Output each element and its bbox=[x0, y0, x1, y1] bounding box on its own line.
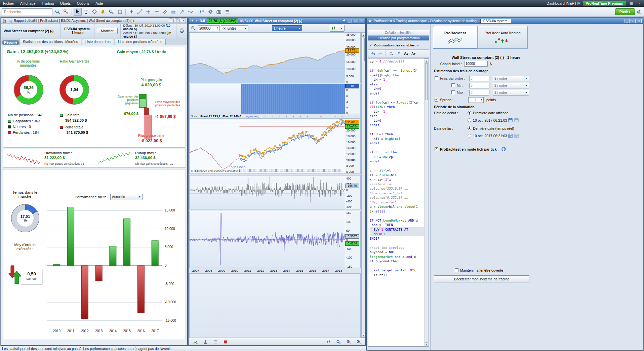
code-line[interactable]: z = hil-lol bbox=[370, 168, 424, 173]
close-button[interactable]: × bbox=[637, 19, 642, 23]
code-line[interactable]: cp = 4 //(default) bbox=[370, 59, 424, 64]
menu-trading[interactable]: Trading bbox=[39, 1, 57, 6]
tab-statistiques-des-positions-cloturees[interactable]: Statistiques des positions clôturées bbox=[19, 39, 81, 45]
code-line[interactable]: and x THEN bbox=[370, 223, 424, 227]
backtester-button[interactable]: Backtester mon système de trading bbox=[434, 275, 529, 282]
screenshot-tool-icon[interactable] bbox=[215, 8, 223, 16]
frais-input[interactable]: 0 bbox=[469, 76, 489, 81]
calendar-icon[interactable] bbox=[508, 133, 513, 138]
code-line[interactable]: ]<hil[1] bbox=[370, 209, 424, 214]
oscillator1-panel[interactable] bbox=[189, 175, 345, 209]
code-scroll-thumb[interactable] bbox=[425, 63, 428, 100]
apps-icon[interactable] bbox=[629, 1, 634, 6]
spread-checkbox[interactable] bbox=[435, 98, 438, 102]
capital-input[interactable]: 10000 bbox=[464, 61, 488, 67]
quantity-stepper[interactable]: 200000 ▲▼ bbox=[198, 25, 219, 31]
date-debut-date-radio[interactable] bbox=[468, 118, 471, 122]
min-checkbox[interactable] bbox=[451, 83, 455, 87]
timeframe-select[interactable]: 1 heure▼ bbox=[272, 25, 302, 31]
tab-liste-des-ordres[interactable]: Liste des ordres bbox=[82, 39, 114, 45]
font-decrease-icon[interactable]: A▾ bbox=[410, 50, 417, 56]
search-input[interactable] bbox=[2, 8, 52, 15]
close-icon[interactable]: × bbox=[637, 1, 642, 6]
code-line[interactable]: set target profit .9*( bbox=[370, 268, 424, 273]
code-line[interactable]: +1](low) then bbox=[370, 105, 424, 109]
chart-titlebar[interactable]: ▼ DJI 22 781,6 (+0,08%) 06:34:00 Wall St… bbox=[189, 18, 365, 24]
code-line[interactable]: else bbox=[370, 114, 424, 118]
report-titlebar[interactable]: Rapport détaillé | ProBacktest | ES/DJIA… bbox=[1, 18, 187, 24]
tab-probacktest[interactable]: ProBacktest bbox=[433, 26, 477, 49]
chart-search-icon[interactable] bbox=[53, 8, 62, 16]
chevron-down-icon[interactable]: ▼ bbox=[196, 20, 198, 22]
date-debut-premiere-radio[interactable] bbox=[468, 111, 471, 115]
channel-tool-icon[interactable] bbox=[161, 8, 169, 16]
date-fin-derniere-radio[interactable] bbox=[468, 126, 471, 130]
code-scroll-down[interactable]: ▼ bbox=[425, 342, 428, 346]
code-line[interactable]: a = close>hil and close[1 bbox=[370, 204, 424, 209]
code-line[interactable] bbox=[370, 127, 424, 132]
code-line[interactable]: if LH=1 then bbox=[370, 132, 424, 136]
code-line[interactable]: BUY 1 CONTRACTS AT bbox=[370, 227, 424, 232]
overview-chart-panel[interactable] bbox=[189, 33, 345, 83]
print-icon[interactable] bbox=[179, 28, 185, 34]
code-line[interactable]: //return lol bbox=[370, 182, 424, 187]
code-line[interactable]: LOL=low[cp] bbox=[370, 155, 424, 159]
min-input[interactable]: 0 bbox=[469, 83, 489, 88]
premium-badge[interactable]: ProRealTime Premium bbox=[583, 1, 626, 6]
code-editor[interactable]: cp = 4 //(default) if high[cp] >= highes… bbox=[368, 58, 429, 347]
code-line[interactable] bbox=[370, 64, 424, 69]
maintenir-checkbox[interactable] bbox=[455, 268, 458, 272]
max-unit-select[interactable]: $ / ordre▼ bbox=[493, 90, 529, 95]
menu-objets[interactable]: Objets bbox=[57, 1, 74, 6]
eraser-tool-icon[interactable] bbox=[90, 8, 98, 16]
portfolio-icon[interactable] bbox=[201, 338, 209, 346]
min-unit-select[interactable]: $ / ordre▼ bbox=[493, 83, 529, 88]
perf-period-select[interactable]: Annuelle▼ bbox=[110, 194, 143, 200]
watchlist-tool-icon[interactable] bbox=[223, 8, 231, 16]
zoom-tool-icon[interactable] bbox=[107, 8, 115, 16]
push-button[interactable]: Push+ bbox=[615, 8, 635, 15]
pin-icon[interactable] bbox=[342, 19, 346, 23]
code-line[interactable]: LL=0 bbox=[370, 118, 424, 123]
pattern-tool-icon[interactable] bbox=[116, 8, 124, 16]
code-line[interactable]: endif bbox=[370, 123, 424, 127]
scroll-thumb[interactable] bbox=[362, 38, 365, 61]
code-line[interactable]: "High Fractal" bbox=[370, 200, 424, 205]
trend-line-icon[interactable] bbox=[136, 8, 144, 16]
menu-options[interactable]: Options bbox=[74, 1, 92, 6]
code-line[interactable] bbox=[370, 95, 424, 100]
code-line[interactable]: IF NOT LongOnMarket AND a bbox=[370, 218, 424, 223]
tab-proorder-autotrading[interactable]: ProOrder AutoTrading bbox=[477, 26, 528, 49]
flash-tool-icon[interactable] bbox=[127, 8, 135, 16]
font-increase-icon[interactable]: A▴ bbox=[403, 50, 409, 56]
max-input[interactable]: 0 bbox=[469, 90, 489, 95]
close-button[interactable]: × bbox=[359, 19, 364, 23]
frais-checkbox[interactable] bbox=[435, 76, 438, 80]
zoom-out-icon[interactable] bbox=[190, 25, 197, 32]
code-line[interactable]: longonmarket and a and x bbox=[370, 255, 424, 259]
dashboard-label[interactable]: Dashboard INERTIA bbox=[547, 1, 580, 5]
code-scrollbar[interactable]: ▲ ▼ bbox=[425, 58, 429, 346]
user-key-icon[interactable] bbox=[62, 8, 70, 16]
code-line[interactable]: ENDIF bbox=[370, 236, 424, 241]
code-line[interactable]: cp+1](high) then bbox=[370, 73, 424, 78]
code-line[interactable]: "Low Fractal",hil bbox=[370, 191, 424, 196]
code-line[interactable] bbox=[370, 146, 424, 150]
code-line[interactable]: else bbox=[370, 82, 424, 87]
backtest-titlebar[interactable]: ProBacktest & Trading Automatique - Créa… bbox=[367, 18, 643, 24]
date-fin-date-radio[interactable] bbox=[468, 134, 471, 138]
code-line[interactable]: coloured(0,255,0) as bbox=[370, 195, 424, 200]
candlestick-tool-icon[interactable] bbox=[198, 8, 206, 16]
maximize-button[interactable]: □ bbox=[353, 19, 358, 23]
code-line[interactable]: hil = high[cp] bbox=[370, 136, 424, 141]
alerts-icon[interactable] bbox=[222, 338, 230, 346]
code-line[interactable]: x = zz<.1*z bbox=[370, 177, 424, 182]
comment-icon[interactable]: // bbox=[395, 50, 402, 56]
menu-affichage[interactable]: Affichage bbox=[17, 1, 39, 6]
code-line[interactable]: endif bbox=[370, 141, 424, 146]
minimize-button[interactable]: _ bbox=[169, 18, 174, 23]
zoom-in-icon[interactable] bbox=[355, 338, 363, 346]
activity-panel[interactable] bbox=[189, 84, 345, 114]
tick-mode-checkbox[interactable] bbox=[435, 147, 438, 151]
chart-vertical-scrollbar[interactable]: ▲ ▼ bbox=[361, 33, 365, 338]
